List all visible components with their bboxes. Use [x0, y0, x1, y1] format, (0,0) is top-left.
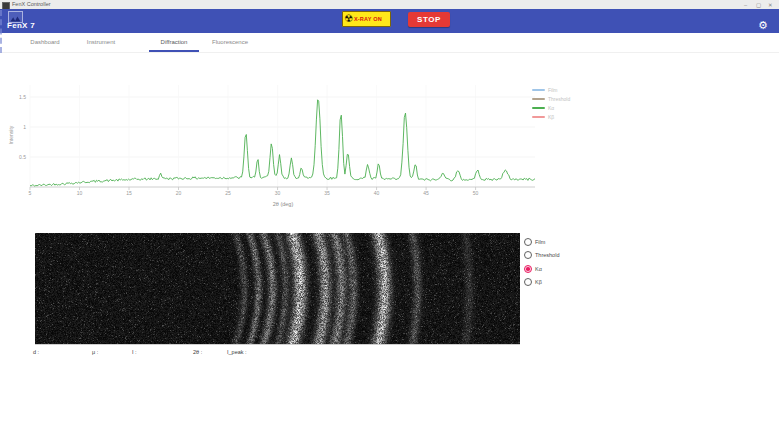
tick-label: 1.5: [19, 94, 26, 100]
tick-label: 45: [423, 190, 429, 196]
window-title: FenX Controller: [12, 1, 51, 7]
y-axis-label: Intensity: [8, 125, 14, 144]
radiation-icon: ☢: [344, 14, 353, 24]
chart-legend: FilmThresholdKαKβ: [532, 85, 570, 121]
legend-label: Threshold: [548, 96, 570, 102]
diffraction-trace: [30, 100, 535, 186]
legend-swatch: [532, 107, 545, 109]
readout-ipeak: I_peak :: [227, 349, 247, 355]
legend-label: Film: [548, 87, 557, 93]
readout-i: I :: [132, 349, 137, 355]
tick-label: 15: [126, 190, 132, 196]
peak-readouts: d :μ :I :2θ :I_peak :: [0, 349, 540, 359]
radio-label: Kβ: [535, 279, 542, 285]
legend-swatch: [532, 89, 545, 91]
app-title: FenX 7: [7, 21, 35, 30]
tick-label: 30: [275, 190, 281, 196]
film-display-radio-group: FilmThresholdKαKβ: [524, 235, 559, 289]
legend-item-kβ[interactable]: Kβ: [532, 112, 570, 121]
legend-item-threshold[interactable]: Threshold: [532, 94, 570, 103]
tick-label: 10: [77, 190, 83, 196]
radio-kβ[interactable]: Kβ: [524, 276, 559, 290]
tab-bar: DashboardInstrumentDiffractionFluorescen…: [0, 33, 779, 53]
diffraction-chart: 0.511.55101520253035404550 Intensity 2θ …: [0, 75, 600, 215]
tick-label: 1: [23, 124, 26, 130]
radio-film[interactable]: Film: [524, 235, 559, 249]
legend-item-film[interactable]: Film: [532, 85, 570, 94]
readout-2: 2θ :: [193, 349, 202, 355]
gear-icon[interactable]: ⚙: [758, 20, 768, 31]
tick-label: 25: [225, 190, 231, 196]
tab-dashboard[interactable]: Dashboard: [20, 33, 70, 52]
tick-label: 20: [176, 190, 182, 196]
stop-button[interactable]: STOP: [408, 12, 450, 27]
close-icon[interactable]: ✕: [768, 1, 773, 9]
legend-swatch: [532, 98, 545, 100]
readout-d: d :: [33, 349, 39, 355]
xray-on-label: X-RAY ON: [354, 16, 382, 22]
radio-selected-icon[interactable]: [524, 265, 532, 273]
tab-instrument[interactable]: Instrument: [76, 33, 126, 52]
legend-item-kα[interactable]: Kα: [532, 103, 570, 112]
app-header: FenX 7 ☢ X-RAY ON STOP ⚙: [0, 9, 779, 33]
tick-label: 5: [29, 190, 32, 196]
radio-label: Kα: [535, 266, 542, 272]
active-tab-underline: [149, 50, 199, 52]
radio-unselected-icon[interactable]: [524, 238, 532, 246]
radio-unselected-icon[interactable]: [524, 251, 532, 259]
radio-threshold[interactable]: Threshold: [524, 249, 559, 263]
tab-fluorescence[interactable]: Fluorescence: [205, 33, 255, 52]
left-edge-dashed-guide: [0, 10, 2, 53]
film-strip-image[interactable]: [35, 233, 520, 345]
tick-label: 40: [374, 190, 380, 196]
legend-label: Kβ: [548, 114, 554, 120]
xray-on-button[interactable]: ☢ X-RAY ON: [342, 11, 391, 27]
maximize-icon[interactable]: ▢: [756, 1, 761, 9]
legend-label: Kα: [548, 105, 554, 111]
radio-kα[interactable]: Kα: [524, 262, 559, 276]
legend-swatch: [532, 116, 545, 118]
radio-dot: [526, 267, 530, 271]
x-axis-label: 2θ (deg): [273, 201, 294, 207]
radio-unselected-icon[interactable]: [524, 278, 532, 286]
radio-label: Threshold: [535, 252, 559, 258]
tick-label: 35: [324, 190, 330, 196]
tick-label: 0.5: [19, 154, 26, 160]
tick-label: 50: [473, 190, 479, 196]
radio-label: Film: [535, 239, 545, 245]
minimize-icon[interactable]: –: [744, 1, 747, 9]
readout-: μ :: [92, 349, 98, 355]
